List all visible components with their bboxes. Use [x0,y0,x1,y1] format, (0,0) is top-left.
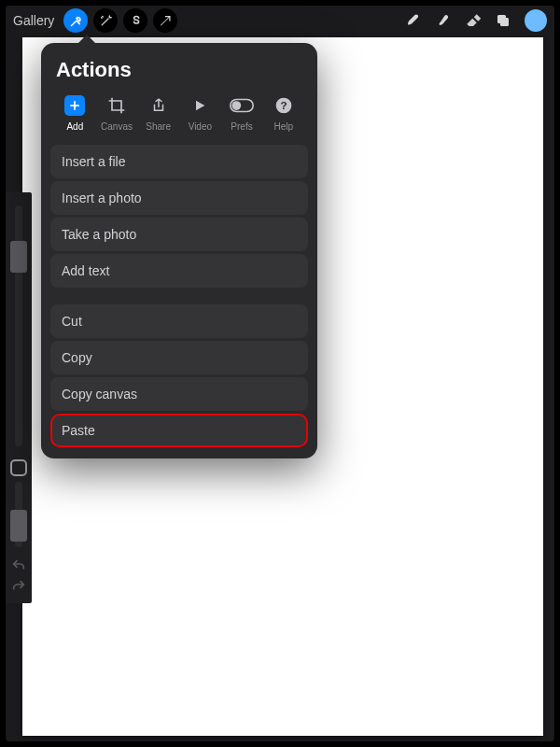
tab-add[interactable]: Add [54,95,96,132]
app-frame: Gallery [6,6,554,741]
action-paste[interactable]: Paste [50,414,308,447]
tab-canvas[interactable]: Canvas [96,95,138,132]
action-add-text[interactable]: Add text [50,254,308,288]
adjustments-wand-icon[interactable] [93,8,118,33]
slider-thumb[interactable] [10,241,27,273]
redo-icon[interactable] [11,579,26,594]
layers-icon[interactable] [491,8,515,33]
help-icon: ? [272,95,296,116]
color-swatch[interactable] [525,9,547,32]
svg-text:?: ? [280,99,287,111]
actions-wrench-icon[interactable] [63,8,88,33]
share-icon [147,95,171,116]
action-copy[interactable]: Copy [50,341,308,374]
smudge-icon[interactable] [431,8,455,33]
plus-icon [64,95,85,116]
play-icon [188,95,212,116]
action-insert-photo[interactable]: Insert a photo [50,181,308,215]
opacity-slider[interactable] [15,482,22,547]
tab-video[interactable]: Video [179,95,221,132]
action-take-photo[interactable]: Take a photo [50,218,308,251]
tab-prefs[interactable]: Prefs [221,95,263,132]
tab-share[interactable]: Share [137,95,179,132]
modify-button[interactable] [10,459,27,476]
brush-icon[interactable] [401,8,426,33]
side-rail [6,192,32,603]
tab-label: Canvas [101,121,133,132]
top-toolbar: Gallery [6,6,554,35]
actions-item-list: Insert a file Insert a photo Take a phot… [50,143,308,447]
tab-label: Share [146,121,171,132]
slider-thumb[interactable] [10,510,27,542]
eraser-icon[interactable] [461,8,485,33]
undo-icon[interactable] [11,558,26,573]
undo-redo-group [11,553,26,603]
popover-title: Actions [50,56,308,95]
svg-rect-1 [500,18,509,26]
tab-label: Add [66,121,83,132]
svg-point-3 [231,101,241,110]
tab-label: Prefs [231,121,252,132]
actions-popover: Actions Add Canvas Share Video Prefs [41,43,317,458]
crop-icon [105,95,129,116]
action-cut[interactable]: Cut [50,304,308,338]
toggle-icon [230,95,254,116]
action-insert-file[interactable]: Insert a file [50,145,308,178]
list-gap [50,290,308,302]
action-copy-canvas[interactable]: Copy canvas [50,377,308,411]
popover-tabs: Add Canvas Share Video Prefs ? Help [50,95,308,143]
tab-label: Video [189,121,212,132]
selection-s-icon[interactable] [123,8,147,33]
gallery-button[interactable]: Gallery [13,13,54,28]
brush-size-slider[interactable] [15,205,22,446]
transform-arrow-icon[interactable] [153,8,177,33]
tab-help[interactable]: ? Help [262,95,304,132]
tab-label: Help [273,121,293,132]
